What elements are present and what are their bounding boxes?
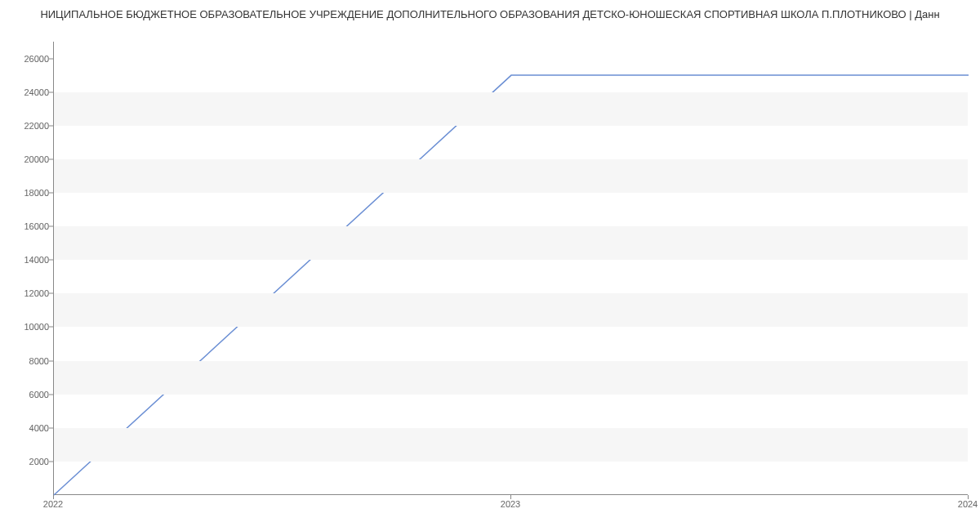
grid-band: [54, 159, 968, 193]
y-axis-tick-mark: [49, 58, 53, 59]
y-axis-tick-mark: [49, 125, 53, 126]
y-axis-tick-mark: [49, 260, 53, 261]
y-axis-tick-label: 26000: [16, 54, 49, 64]
grid-band: [54, 361, 968, 395]
y-axis-tick-label: 12000: [16, 288, 49, 298]
x-axis-tick-label: 2024: [958, 499, 978, 509]
x-axis-tick-mark: [53, 495, 54, 499]
y-axis-tick-mark: [49, 327, 53, 328]
y-axis-tick-label: 4000: [16, 423, 49, 433]
chart-title: НИЦИПАЛЬНОЕ БЮДЖЕТНОЕ ОБРАЗОВАТЕЛЬНОЕ УЧ…: [0, 0, 980, 25]
y-axis-tick-mark: [49, 91, 53, 92]
y-axis-tick-mark: [49, 158, 53, 159]
y-axis-tick-mark: [49, 461, 53, 462]
plot-area: [53, 42, 968, 495]
chart-container: 2000400060008000100001200014000160001800…: [0, 25, 980, 524]
y-axis-tick-label: 16000: [16, 221, 49, 231]
y-axis-tick-mark: [49, 226, 53, 227]
y-axis-tick-mark: [49, 394, 53, 395]
x-axis-tick-label: 2023: [501, 499, 520, 509]
grid-band: [54, 428, 968, 462]
y-axis-tick-mark: [49, 293, 53, 294]
y-axis-tick-mark: [49, 427, 53, 428]
y-axis-tick-mark: [49, 360, 53, 361]
y-axis-tick-label: 6000: [16, 390, 49, 399]
y-axis-tick-label: 22000: [16, 121, 49, 131]
y-axis-tick-label: 8000: [16, 356, 49, 366]
x-axis-tick-mark: [510, 495, 511, 499]
x-axis-tick-mark: [968, 495, 969, 499]
grid-band: [54, 293, 968, 327]
y-axis-tick-label: 10000: [16, 322, 49, 332]
grid-band: [54, 226, 968, 260]
y-axis-tick-mark: [49, 193, 53, 194]
y-axis-tick-label: 14000: [16, 255, 49, 265]
y-axis-tick-label: 24000: [16, 87, 49, 97]
y-axis-tick-label: 20000: [16, 154, 49, 164]
grid-band: [54, 92, 968, 126]
y-axis-tick-label: 2000: [16, 457, 49, 466]
x-axis-tick-label: 2022: [43, 499, 63, 509]
y-axis-tick-label: 18000: [16, 188, 49, 198]
